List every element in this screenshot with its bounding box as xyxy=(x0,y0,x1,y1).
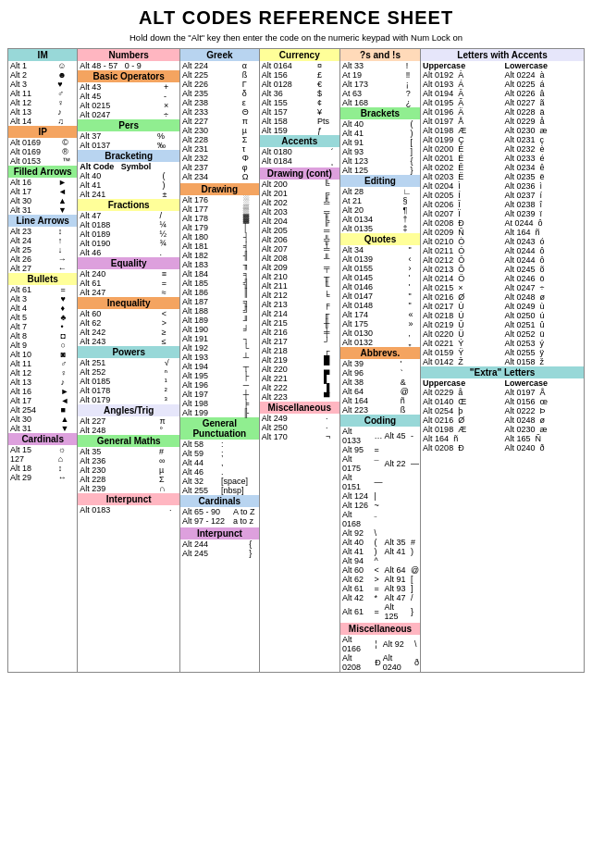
page: ALT CODES REFERENCE SHEET Hold down the … xyxy=(0,0,592,680)
equality-header: Equality xyxy=(78,257,179,269)
im-header: IM xyxy=(8,49,77,61)
filled-arrows-header: Filled Arrows xyxy=(8,166,77,178)
bullets-header: Bullets xyxy=(8,273,77,285)
interpunct2-header: Interpunct xyxy=(180,527,259,539)
abbrevs-header: Abbrevs. xyxy=(340,347,420,359)
ip-header: IP xyxy=(8,126,77,138)
subtitle: Hold down the "Alt" key then enter the c… xyxy=(7,32,585,43)
inequality-header: Inequality xyxy=(78,297,179,309)
greek-header: Greek xyxy=(180,49,259,61)
accents-header: Accents xyxy=(260,135,339,147)
quotes-header: Quotes xyxy=(340,233,420,245)
angles-header: Angles/Trig xyxy=(78,404,179,416)
drawing-header: Drawing xyxy=(180,183,259,195)
coding-header: Coding xyxy=(340,415,420,427)
pers-header: Pers xyxy=(78,119,179,131)
numbers-header: Numbers xyxy=(78,49,179,61)
editing-header: Editing xyxy=(340,175,420,187)
drawing2-note: Drawing (cont) xyxy=(260,167,339,180)
powers-header: Powers xyxy=(78,346,179,358)
basic-ops-header: Basic Operators xyxy=(78,70,179,82)
cardinals-header: Cardinals xyxy=(8,433,77,445)
extra-letters-header: "Extra" Letters xyxy=(421,366,584,378)
currency-header: Currency xyxy=(260,49,339,61)
gen-maths-header: General Maths xyxy=(78,435,179,447)
qs-header: ?s and !s xyxy=(340,49,420,61)
line-arrows-header: Line Arrows xyxy=(8,215,77,227)
misc2-header: Miscellaneous xyxy=(340,623,420,635)
interpunct-header: Interpunct xyxy=(78,493,179,505)
page-title: ALT CODES REFERENCE SHEET xyxy=(7,7,585,29)
letters-accents-header: Letters with Accents xyxy=(421,49,584,61)
misc-header: Miscellaneous xyxy=(260,402,339,414)
gen-punct-header: General Punctuation xyxy=(180,417,259,440)
fractions-header: Fractions xyxy=(78,199,179,211)
brackets-header: Brackets xyxy=(340,107,420,119)
bracketing-header: Bracketing xyxy=(78,150,179,162)
cardinals2-header: Cardinals xyxy=(180,495,259,507)
